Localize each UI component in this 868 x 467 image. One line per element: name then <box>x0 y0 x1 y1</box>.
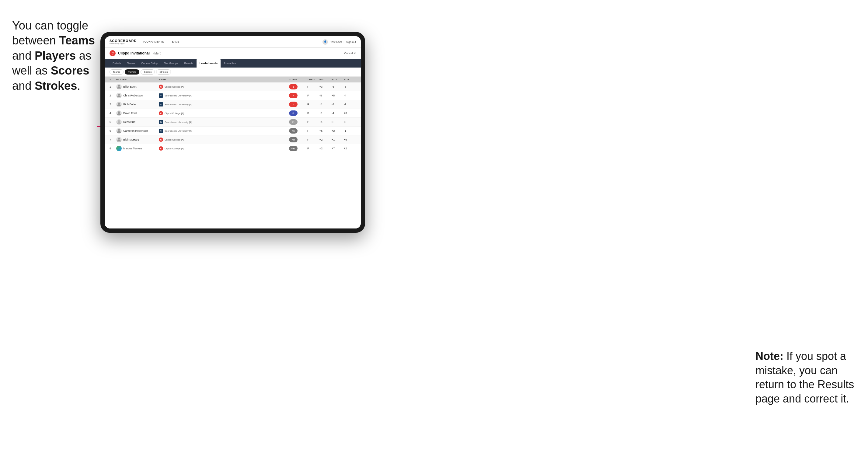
user-label: Test User | <box>331 40 343 43</box>
team-cell-6: SU Scoreboard University [A] <box>159 129 289 133</box>
rd3-5: E <box>344 121 356 124</box>
total-3: -2 <box>289 102 307 107</box>
rd3-6: -1 <box>344 129 356 132</box>
team-name-4: Clippd College [A] <box>164 112 184 115</box>
player-name-3: Rich Butler <box>123 103 136 106</box>
rd2-6: +2 <box>332 129 344 132</box>
team-name-7: Clippd College [A] <box>164 138 184 141</box>
table-header: # PLAYER TEAM TOTAL THRU RD1 RD2 RD3 <box>105 77 361 83</box>
header-right: 👤 Test User | Sign out <box>322 39 356 45</box>
thru-6: F <box>307 129 319 132</box>
col-thru: THRU <box>307 78 319 81</box>
team-name-2: Scoreboard University [A] <box>164 94 192 97</box>
rd2-3: -2 <box>332 103 344 106</box>
tab-results[interactable]: Results <box>181 59 196 67</box>
col-rd1: RD1 <box>319 78 332 81</box>
tab-course-setup[interactable]: Course Setup <box>138 59 161 67</box>
logo-sub-text: Powered by clippd <box>110 42 136 44</box>
right-annotation: Note: If you spot a mistake, you can ret… <box>755 349 859 406</box>
team-name-5: Scoreboard University [A] <box>164 121 192 124</box>
total-1: -8 <box>289 84 307 89</box>
rank-6: 6 <box>110 129 116 132</box>
svg-point-3 <box>118 102 120 104</box>
player-cell-2: Chris Robertson <box>116 93 159 98</box>
toggle-strokes[interactable]: Strokes <box>156 69 171 74</box>
table-row: 8 Marcus Turners C Clippd College [A] +1… <box>105 144 361 153</box>
tab-printables[interactable]: Printables <box>221 59 239 67</box>
team-name-1: Clippd College [A] <box>164 86 184 88</box>
team-logo-1: C <box>159 85 163 89</box>
bold-strokes: Strokes <box>35 80 77 92</box>
team-name-6: Scoreboard University [A] <box>164 130 192 132</box>
player-name-1: Elliot Ebert <box>123 85 136 88</box>
player-avatar-8 <box>116 146 122 151</box>
col-player: PLAYER <box>116 78 159 81</box>
tab-details[interactable]: Details <box>110 59 124 67</box>
rd2-2: +5 <box>332 94 344 97</box>
rd1-4: +1 <box>319 112 332 115</box>
team-cell-1: C Clippd College [A] <box>159 85 289 89</box>
player-avatar-6 <box>116 128 122 133</box>
toggle-teams[interactable]: Teams <box>110 69 124 74</box>
tab-teams[interactable]: Teams <box>124 59 138 67</box>
tournament-name: Clippd Invitational <box>118 51 150 55</box>
total-4: E <box>289 111 307 116</box>
toggle-players[interactable]: Players <box>125 69 140 74</box>
logo-main-text: SCOREBOARD <box>110 39 136 42</box>
table-row: 6 Cameron Robertson SU Scoreboard Univer… <box>105 127 361 135</box>
player-cell-7: Blair McHarg <box>116 137 159 143</box>
rd1-6: +5 <box>319 129 332 132</box>
player-name-2: Chris Robertson <box>123 94 143 97</box>
player-cell-6: Cameron Robertson <box>116 128 159 133</box>
team-cell-5: SU Scoreboard University [A] <box>159 120 289 124</box>
tab-leaderboards[interactable]: Leaderboards <box>196 59 221 67</box>
team-cell-8: C Clippd College [A] <box>159 146 289 151</box>
thru-3: F <box>307 103 319 106</box>
cancel-button[interactable]: Cancel ✕ <box>344 52 356 55</box>
thru-8: F <box>307 147 319 150</box>
player-name-4: David Ford <box>123 112 136 115</box>
rd1-1: +3 <box>319 85 332 88</box>
team-name-3: Scoreboard University [A] <box>164 103 192 106</box>
total-8: +11 <box>289 146 307 151</box>
player-cell-3: Rich Butler <box>116 102 159 107</box>
rd3-4: +3 <box>344 112 356 115</box>
nav-teams[interactable]: TEAMS <box>170 40 180 44</box>
team-logo-6: SU <box>159 129 163 133</box>
tab-tee-groups[interactable]: Tee Groups <box>161 59 181 67</box>
left-annotation: You can toggle between Teams and Players… <box>12 18 97 93</box>
app-header: SCOREBOARD Powered by clippd TOURNAMENTS… <box>105 36 361 48</box>
rd1-3: +1 <box>319 103 332 106</box>
team-logo-2: SU <box>159 93 163 98</box>
total-2: -4 <box>289 93 307 98</box>
team-logo-3: SU <box>159 102 163 106</box>
rank-5: 5 <box>110 121 116 124</box>
tournament-gender: (Men) <box>153 52 161 55</box>
player-avatar-3 <box>116 102 122 107</box>
rd1-2: -5 <box>319 94 332 97</box>
team-name-8: Clippd College [A] <box>164 147 184 150</box>
player-cell-1: Elliot Ebert <box>116 84 159 89</box>
team-cell-4: C Clippd College [A] <box>159 111 289 115</box>
svg-point-2 <box>118 94 120 96</box>
bold-teams: Teams <box>59 34 95 47</box>
thru-7: F <box>307 138 319 141</box>
rank-3: 3 <box>110 103 116 106</box>
rd3-1: -5 <box>344 85 356 88</box>
player-cell-4: David Ford <box>116 111 159 116</box>
rd3-7: +6 <box>344 138 356 141</box>
rd2-1: -6 <box>332 85 344 88</box>
rd3-3: -1 <box>344 103 356 106</box>
table-row: 4 David Ford C Clippd College [A] E F +1… <box>105 109 361 118</box>
tournament-banner: C Clippd Invitational (Men) Cancel ✕ <box>105 48 361 59</box>
toggle-scores[interactable]: Scores <box>141 69 155 74</box>
total-5: +1 <box>289 119 307 125</box>
team-cell-7: C Clippd College [A] <box>159 137 289 142</box>
team-logo-4: C <box>159 111 163 115</box>
player-avatar-7 <box>116 137 122 143</box>
sign-out-link[interactable]: Sign out <box>346 40 356 43</box>
nav-tournaments[interactable]: TOURNAMENTS <box>143 40 164 44</box>
bold-scores: Scores <box>51 64 89 77</box>
player-avatar-4 <box>116 111 122 116</box>
player-avatar-5 <box>116 119 122 125</box>
